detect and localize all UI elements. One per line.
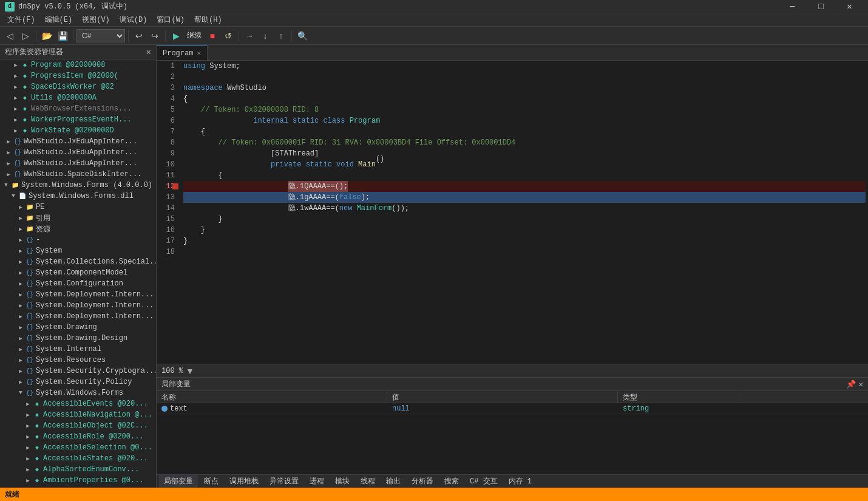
menu-edit[interactable]: 编辑(E) [40, 13, 78, 26]
menu-debug[interactable]: 调试(D) [115, 13, 152, 26]
tree-item-system-windows-forms[interactable]: {} System.Windows.Forms [0, 387, 156, 398]
undo-button[interactable]: ↩ [132, 29, 146, 43]
tree-item-ambient[interactable]: ◆ AmbientProperties @0... [0, 475, 156, 486]
bottom-tab-callstack[interactable]: 调用堆栈 [225, 475, 263, 488]
tree-item-accessible-navigation[interactable]: ◆ AccessibleNavigation @... [0, 409, 156, 420]
sidebar-item-system-configuration[interactable]: {} System.Configuration [0, 278, 156, 289]
tree-item-resources[interactable]: 📁 资源 [0, 223, 156, 234]
tree-item-wwhjxedu1[interactable]: {} WwhStudio.JxEduAppInter... [0, 136, 156, 147]
tree-item-webbrowser[interactable]: ◆ WebBrowserExtensions... [0, 103, 156, 114]
menu-view[interactable]: 视图(V) [77, 13, 115, 26]
bottom-tab-exceptions[interactable]: 异常设置 [265, 475, 303, 488]
tree-label: System.Deployment.Intern... [36, 312, 154, 321]
bottom-tab-memory[interactable]: 内存 1 [504, 475, 537, 488]
step-into-button[interactable]: ↓ [258, 29, 273, 43]
sidebar-item-system-security-policy[interactable]: {} System.Security.Policy [0, 377, 156, 387]
tree-item-system-drawing-design[interactable]: {} System.Drawing.Design [0, 333, 156, 344]
var-indicator [161, 406, 168, 412]
bottom-tab-threads[interactable]: 线程 [356, 475, 380, 488]
tree-item-accessible-states[interactable]: ◆ AccessibleStates @020... [0, 453, 156, 464]
restart-button[interactable]: ↺ [221, 29, 236, 43]
zoom-decrease-button[interactable]: ▼ [186, 366, 194, 376]
bottom-tab-bar: 局部变量 断点 调用堆栈 异常设置 进程 模块 线程 输出 分析器 搜索 C# … [157, 474, 868, 488]
bottom-tab-locals[interactable]: 局部变量 [159, 475, 198, 488]
bottom-tab-process[interactable]: 进程 [305, 475, 329, 488]
tree-label: WwhStudio.SpaceDiskInter... [24, 170, 141, 179]
sidebar-item-system-resources[interactable]: {} System.Resources [0, 355, 156, 366]
search-button[interactable]: 🔍 [295, 29, 310, 43]
tree-item-accessible-events[interactable]: ◆ AccessibleEvents @020... [0, 398, 156, 409]
tree-item-dash[interactable]: {} - [0, 234, 156, 245]
bottom-tab-analyzer[interactable]: 分析器 [407, 475, 438, 488]
tree-arrow [17, 236, 24, 244]
tree-item-program[interactable]: ◆ Program @02000008 [0, 60, 156, 70]
open-button[interactable]: 📂 [39, 29, 54, 43]
tree-label: AlphaSortedEnumConv... [43, 465, 139, 474]
tree-item-accessible-role[interactable]: ◆ AccessibleRole @0200... [0, 431, 156, 442]
tree-item-workerprogress[interactable]: ◆ WorkerProgressEventH... [0, 114, 156, 125]
tree-item-wwhjxedu3[interactable]: {} WwhStudio.JxEduAppInter... [0, 158, 156, 169]
tree-item-swf-dll[interactable]: 📄 System.Windows.Forms.dll [0, 191, 156, 202]
code-line-12: 隐.1QAAAA==(); [183, 181, 866, 192]
code-editor[interactable]: 1 2 3 4 5 6 7 8 9 10 11 12 13 14 15 16 1 [157, 61, 868, 364]
tab-program[interactable]: Program ✕ [157, 46, 208, 60]
tree-item-references[interactable]: 📁 引用 [0, 213, 156, 223]
menu-window[interactable]: 窗口(W) [152, 13, 189, 26]
locals-close-button[interactable]: ✕ [858, 380, 863, 389]
bottom-tab-output[interactable]: 输出 [381, 475, 405, 488]
tree-item-system-componentmodel[interactable]: {} System.ComponentModel [0, 267, 156, 278]
bottom-tab-csharp-interactive[interactable]: C# 交互 [465, 475, 503, 488]
tree-label: 引用 [36, 213, 50, 223]
tree-item-spacedisk[interactable]: ◆ SpaceDiskWorker @02 [0, 81, 156, 92]
tree-item-system[interactable]: {} System [0, 245, 156, 256]
tree-item-swf-root[interactable]: 📁 System.Windows.Forms (4.0.0.0) [0, 180, 156, 191]
bottom-tab-search[interactable]: 搜索 [439, 475, 464, 488]
tree-item-accessible-selection[interactable]: ◆ AccessibleSelection @0... [0, 442, 156, 453]
redo-button[interactable]: ↪ [147, 29, 162, 43]
close-button[interactable]: ✕ [836, 0, 863, 13]
braces-icon: {} [25, 389, 34, 397]
back-button[interactable]: ◁ [2, 29, 17, 43]
tree-item-system-deployment1[interactable]: {} System.Deployment.Intern... [0, 289, 156, 300]
tree-item-workstate[interactable]: ◆ WorkState @0200000D [0, 125, 156, 136]
tree-item-system-drawing[interactable]: {} System.Drawing [0, 322, 156, 333]
locals-row-text[interactable]: text null string [157, 403, 868, 414]
sidebar-tree[interactable]: ◆ Program @02000008 ◆ ProgressItem @0200… [0, 60, 156, 488]
locals-header: 局部变量 📌 ✕ [157, 378, 868, 391]
save-button[interactable]: 💾 [55, 29, 70, 43]
tree-item-utils[interactable]: ◆ Utils @0200000A [0, 92, 156, 103]
tree-arrow [12, 94, 19, 101]
bottom-tab-breakpoints[interactable]: 断点 [199, 475, 223, 488]
tree-item-alpha-sorted[interactable]: ◆ AlphaSortedEnumConv... [0, 464, 156, 475]
step-over-button[interactable]: → [242, 29, 257, 43]
tree-item-accessible-object[interactable]: ◆ AccessibleObject @02C... [0, 420, 156, 431]
forward-button[interactable]: ▷ [18, 29, 33, 43]
namespace-name: WwhStudio [227, 83, 266, 94]
class-icon: ◆ [21, 61, 29, 69]
language-select[interactable]: C# IL [76, 29, 125, 43]
braces-icon: {} [25, 257, 34, 266]
tree-item-system-security-crypto[interactable]: {} System.Security.Cryptogra... [0, 366, 156, 377]
step-out-button[interactable]: ↑ [274, 29, 288, 43]
sidebar-close-button[interactable]: ✕ [146, 47, 151, 57]
locals-pin-button[interactable]: 📌 [846, 380, 856, 389]
tab-close-button[interactable]: ✕ [197, 49, 201, 57]
menu-file[interactable]: 文件(F) [2, 13, 40, 26]
tree-item-pe[interactable]: 📁 PE [0, 202, 156, 213]
sidebar-item-system-collections-special[interactable]: {} System.Collections.Special... [0, 256, 156, 267]
menu-help[interactable]: 帮助(H) [189, 13, 227, 26]
bottom-tab-modules[interactable]: 模块 [330, 475, 354, 488]
minimize-button[interactable]: ─ [779, 0, 806, 13]
tree-arrow [12, 116, 19, 123]
tree-label: Program @02000008 [31, 61, 105, 69]
tree-item-system-deployment2[interactable]: {} System.Deployment.Intern... [0, 300, 156, 311]
tree-label: System.Windows.Forms (4.0.0.0) [21, 181, 152, 189]
stop-button[interactable]: ■ [205, 29, 220, 43]
tree-item-wwhdiskinter[interactable]: {} WwhStudio.SpaceDiskInter... [0, 169, 156, 180]
maximize-button[interactable]: □ [807, 0, 835, 13]
tree-item-system-internal[interactable]: {} System.Internal [0, 344, 156, 355]
tree-item-progressitem[interactable]: ◆ ProgressItem @02000( [0, 70, 156, 81]
tree-item-system-deployment3[interactable]: {} System.Deployment.Intern... [0, 311, 156, 322]
continue-button[interactable]: ▶ [169, 29, 183, 43]
tree-item-wwhjxedu2[interactable]: {} WwhStudio.JxEduAppInter... [0, 147, 156, 158]
